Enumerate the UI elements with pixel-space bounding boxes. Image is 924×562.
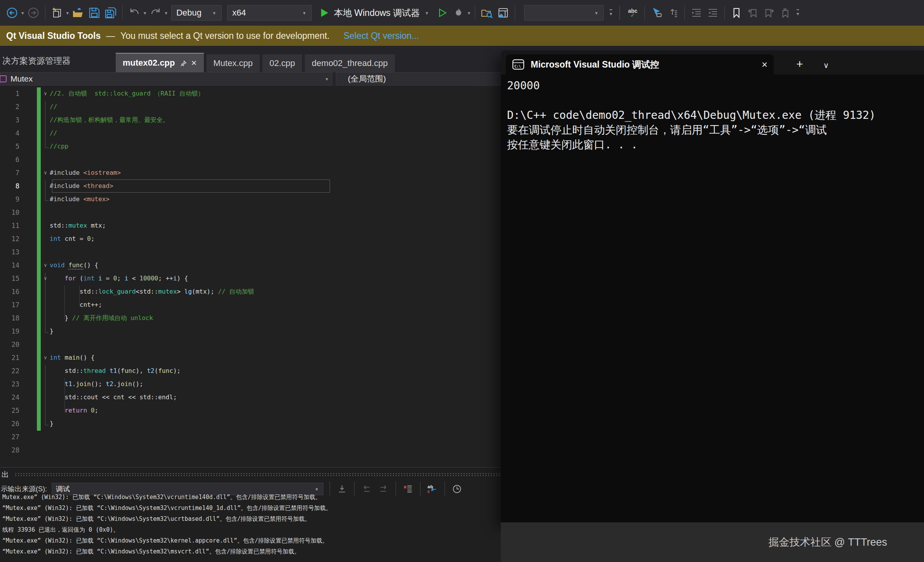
chevron-down-icon[interactable]: ▾ xyxy=(165,10,168,16)
toolbar-overflow-button[interactable]: ▾ xyxy=(610,9,612,17)
terminal-line: 要在调试停止时自动关闭控制台，请启用“工具”->“选项”->“调试 xyxy=(507,123,924,137)
code-text: #include <iostream> xyxy=(50,169,121,176)
toolbar-separator xyxy=(684,5,685,20)
start-debugging-button[interactable]: 本地 Windows 调试器 ▾ xyxy=(319,7,429,19)
svg-text:c: c xyxy=(427,489,430,494)
console-icon: C:\ xyxy=(512,59,525,70)
new-tab-button[interactable]: + xyxy=(796,57,803,71)
next-bookmark-button[interactable] xyxy=(761,4,777,22)
code-text: #include <mutex> xyxy=(50,195,109,203)
fold-chevron-icon[interactable]: ∨ xyxy=(41,351,50,364)
chevron-down-icon[interactable]: ▾ xyxy=(66,10,69,16)
word-wrap-button[interactable]: abc xyxy=(424,482,441,496)
output-panel-title: 出 xyxy=(2,470,9,480)
open-file-button[interactable] xyxy=(70,4,86,22)
combo-value: x64 xyxy=(232,8,246,18)
members-dropdown[interactable]: (全局范围) xyxy=(336,72,502,85)
toolbar-separator xyxy=(644,5,645,20)
line-number: 20 xyxy=(0,338,19,351)
check-icon: ✓ xyxy=(630,13,636,17)
solution-explorer-tab[interactable]: 决方案资源管理器 xyxy=(0,55,116,72)
play-icon xyxy=(319,7,329,18)
find-in-files-button[interactable] xyxy=(479,4,495,22)
window-layout-button[interactable] xyxy=(495,4,511,22)
new-project-button[interactable] xyxy=(49,4,65,22)
code-text: return 0; xyxy=(50,407,98,414)
clear-bookmarks-button[interactable] xyxy=(777,4,794,22)
navigate-back-button[interactable] xyxy=(4,4,20,22)
line-number: 26 xyxy=(0,417,19,430)
chevron-down-icon: ▾ xyxy=(213,10,216,16)
toolbar-overflow-button[interactable]: ▾ xyxy=(797,9,799,17)
terminal-output[interactable]: 20000 D:\C++ code\demo02_thread\x64\Debu… xyxy=(501,75,924,152)
line-number: 9 xyxy=(0,193,19,206)
format-document-button[interactable] xyxy=(665,4,681,22)
previous-bookmark-button[interactable] xyxy=(745,4,761,22)
toolbar-separator xyxy=(45,5,45,20)
code-text: std::cout << cnt << std::endl; xyxy=(50,393,177,401)
chevron-down-icon: ▾ xyxy=(595,10,598,16)
save-button[interactable] xyxy=(86,4,102,22)
terminal-line: 20000 xyxy=(507,78,924,93)
toolbar-drag-grip xyxy=(619,6,621,19)
terminal-tab-bar: C:\ Microsoft Visual Studio 调试控 × + ∨ xyxy=(501,50,924,75)
undo-button[interactable] xyxy=(126,4,142,22)
line-number: 5 xyxy=(0,140,19,153)
next-message-button[interactable] xyxy=(375,482,392,496)
line-number: 3 xyxy=(0,113,19,127)
tab-02.cpp[interactable]: 02.cpp xyxy=(262,54,302,72)
tab-Mutex.cpp[interactable]: Mutex.cpp xyxy=(207,54,260,72)
chevron-down-icon[interactable]: ▾ xyxy=(468,10,471,16)
line-number: 17 xyxy=(0,298,19,311)
start-without-debugging-button[interactable] xyxy=(434,4,450,22)
navigate-forward-button[interactable] xyxy=(25,4,42,22)
svg-text:C:\: C:\ xyxy=(514,64,521,68)
selection-mode-button[interactable] xyxy=(648,4,665,22)
code-text: int main() { xyxy=(50,354,95,361)
qt-bar-dash: — xyxy=(106,31,115,41)
terminal-tab[interactable]: C:\ Microsoft Visual Studio 调试控 × xyxy=(506,54,774,75)
type-name: Mutex xyxy=(10,74,33,84)
chevron-down-icon[interactable]: ▾ xyxy=(144,10,146,16)
code-text: } xyxy=(50,420,54,427)
solution-platforms-combo[interactable]: x64 ▾ xyxy=(227,5,312,21)
increase-indent-button[interactable] xyxy=(705,4,721,22)
chevron-down-icon: ▾ xyxy=(303,10,306,16)
decrease-indent-button[interactable] xyxy=(688,4,705,22)
fold-chevron-icon[interactable]: ∨ xyxy=(41,166,50,179)
save-all-button[interactable] xyxy=(102,4,119,22)
spell-checker-button[interactable]: abc ✓ xyxy=(625,4,641,22)
chevron-down-icon: ▾ xyxy=(325,76,328,82)
terminal-line: 按任意键关闭此窗口. . . xyxy=(507,137,924,152)
qt-bar-message: You must select a Qt version to use for … xyxy=(120,31,330,41)
pin-icon[interactable] xyxy=(181,60,187,66)
types-dropdown[interactable]: Mutex ▾ xyxy=(0,72,332,85)
tab-mutex02.cpp[interactable]: mutex02.cpp× xyxy=(116,53,204,72)
redo-button[interactable] xyxy=(148,4,164,22)
tab-dropdown-icon[interactable]: ∨ xyxy=(823,61,829,70)
toolbar-separator xyxy=(724,5,725,20)
timestamp-button[interactable] xyxy=(448,482,465,496)
fold-chevron-icon[interactable]: ∨ xyxy=(41,87,50,100)
chevron-down-icon[interactable]: ▾ xyxy=(21,10,24,16)
tab-demo02_thread.cpp[interactable]: demo02_thread.cpp xyxy=(305,54,395,72)
fold-chevron-icon[interactable]: ∨ xyxy=(41,259,50,272)
close-icon[interactable]: × xyxy=(191,57,197,68)
goto-message-button[interactable] xyxy=(333,482,351,496)
solution-configurations-combo[interactable]: Debug ▾ xyxy=(171,5,222,21)
clear-all-button[interactable] xyxy=(399,482,417,496)
toggle-bookmark-button[interactable] xyxy=(728,4,745,22)
previous-message-button[interactable] xyxy=(358,482,375,496)
toolbar-separator xyxy=(445,482,445,496)
line-number: 28 xyxy=(0,444,19,457)
select-qt-version-link[interactable]: Select Qt version... xyxy=(344,31,419,41)
line-number: 2 xyxy=(0,100,19,113)
line-number: 21 xyxy=(0,351,19,364)
hot-reload-button[interactable] xyxy=(450,4,467,22)
close-icon[interactable]: × xyxy=(762,59,768,71)
code-text: } // 离开作用域自动 unlock xyxy=(50,314,153,322)
code-text: #include <thread> xyxy=(50,182,113,190)
toolbar-empty-combo[interactable]: ▾ xyxy=(524,5,604,21)
tab-label: Mutex.cpp xyxy=(214,58,253,68)
fold-chevron-icon[interactable]: ∨ xyxy=(41,272,50,285)
